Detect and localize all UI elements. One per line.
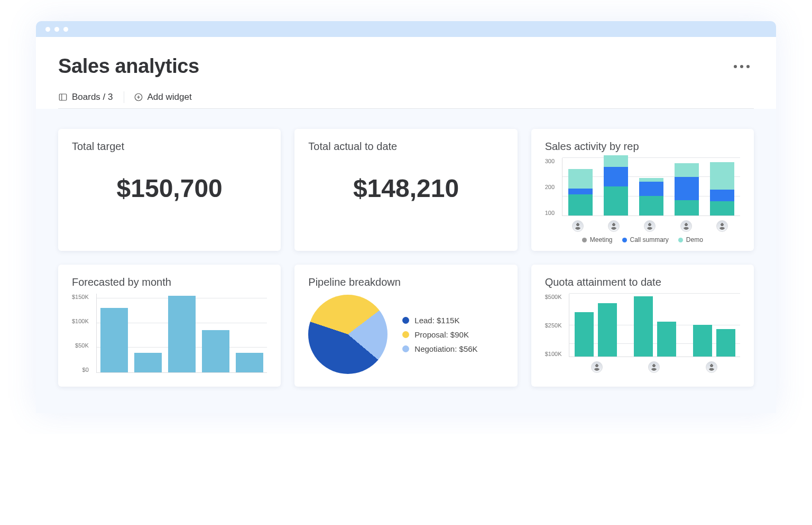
browser-frame: Sales analytics Boards / 3 Add widget To… — [36, 21, 776, 413]
y-axis: 300 200 100 — [545, 158, 558, 216]
card-title: Total actual to date — [308, 140, 503, 153]
page-menu-button[interactable] — [730, 61, 754, 72]
avatar — [608, 220, 620, 232]
avatar — [706, 361, 717, 373]
ytick: $250K — [545, 322, 562, 329]
pie-label: Lead: $115K — [414, 316, 459, 325]
rep-avatars — [545, 220, 740, 232]
ytick: $100K — [545, 351, 562, 357]
legend-label: Call summary — [630, 236, 669, 243]
quota-plot — [569, 294, 740, 357]
boards-label: Boards / 3 — [72, 92, 113, 102]
ytick: $0 — [82, 367, 89, 373]
card-sales-activity[interactable]: Sales activity by rep 300 200 100 Meetin… — [531, 129, 754, 251]
add-widget-label: Add widget — [147, 92, 192, 102]
card-pipeline[interactable]: Pipeline breakdown Lead: $115K Proposal:… — [294, 265, 517, 387]
boards-breadcrumb[interactable]: Boards / 3 — [58, 92, 113, 102]
card-total-actual[interactable]: Total actual to date $148,210 — [294, 129, 517, 251]
pie-label: Negotiation: $56K — [414, 344, 477, 353]
rep-avatars — [545, 361, 740, 373]
sales-activity-legend: Meeting Call summary Demo — [545, 236, 740, 243]
sales-activity-plot — [562, 158, 740, 216]
plus-circle-icon — [134, 92, 143, 102]
ytick: 200 — [545, 184, 555, 190]
card-forecasted[interactable]: Forecasted by month $150K $100K $50K $0 — [58, 265, 281, 387]
avatar — [648, 361, 660, 373]
avatar — [644, 220, 656, 232]
ytick: $50K — [75, 342, 89, 349]
ytick: 300 — [545, 158, 555, 164]
pipeline-legend: Lead: $115K Proposal: $90K Negotiation: … — [402, 311, 477, 359]
y-axis: $150K $100K $50K $0 — [72, 294, 92, 373]
ytick: 100 — [545, 210, 555, 216]
add-widget-button[interactable]: Add widget — [134, 92, 192, 102]
page-toolbar: Boards / 3 Add widget — [58, 91, 754, 109]
avatar — [680, 220, 692, 232]
forecast-plot — [96, 294, 267, 373]
browser-title-bar — [36, 21, 776, 37]
card-title: Pipeline breakdown — [308, 276, 503, 288]
avatar — [716, 220, 728, 232]
toolbar-separator — [124, 91, 124, 103]
card-title: Forecasted by month — [72, 276, 267, 288]
ytick: $100K — [72, 318, 89, 324]
total-actual-value: $148,210 — [308, 174, 503, 203]
page-title: Sales analytics — [58, 55, 199, 78]
window-dot — [54, 27, 59, 32]
total-target-value: $150,700 — [72, 174, 267, 203]
boards-icon — [58, 92, 68, 102]
card-total-target[interactable]: Total target $150,700 — [58, 129, 281, 251]
legend-label: Meeting — [590, 236, 613, 243]
ytick: $500K — [545, 294, 562, 300]
card-title: Quota attainment to date — [545, 276, 740, 288]
legend-label: Demo — [686, 236, 703, 243]
ytick: $150K — [72, 294, 89, 300]
pie-label: Proposal: $90K — [414, 330, 469, 339]
window-dot — [45, 27, 50, 32]
card-quota[interactable]: Quota attainment to date $500K $250K $10… — [531, 265, 754, 387]
dashboard-board: Total target $150,700 Total actual to da… — [36, 109, 776, 413]
pipeline-pie — [308, 295, 387, 374]
card-title: Total target — [72, 140, 267, 153]
avatar — [572, 220, 584, 232]
card-title: Sales activity by rep — [545, 140, 740, 153]
y-axis: $500K $250K $100K — [545, 294, 565, 357]
page-header: Sales analytics Boards / 3 Add widget — [36, 37, 776, 109]
window-dot — [63, 27, 68, 32]
svg-rect-0 — [59, 94, 67, 100]
avatar — [591, 361, 603, 373]
